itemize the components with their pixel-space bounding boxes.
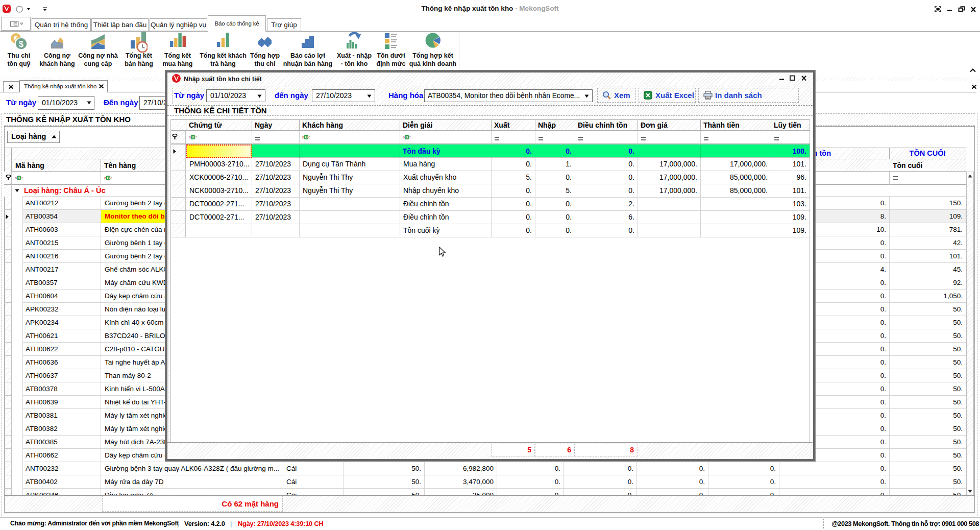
- svg-text:$: $: [19, 40, 23, 49]
